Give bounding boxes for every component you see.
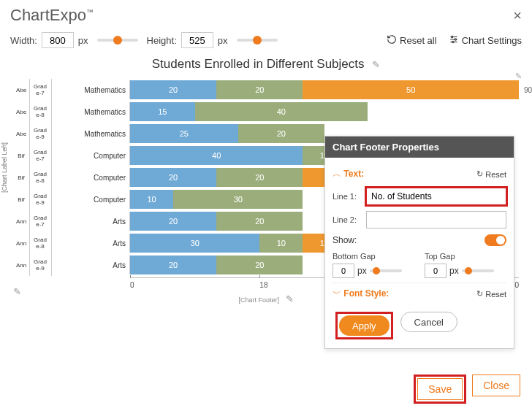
bar-segment: 20 — [130, 80, 216, 99]
chart-left-label: [Chart Label Left] — [1, 142, 8, 192]
cancel-button[interactable]: Cancel — [400, 312, 457, 332]
brand-name: ChartExpo — [10, 6, 86, 24]
height-input[interactable] — [181, 32, 213, 48]
line2-label: Line 2: — [332, 215, 362, 224]
row-category: BifGrade-7Computer — [13, 146, 130, 165]
bar-segment: 20 — [216, 80, 303, 99]
apply-button[interactable]: Apply — [339, 315, 390, 336]
width-label: Width: — [10, 35, 37, 46]
cat2: Grade-7 — [29, 83, 51, 96]
chart-settings-label: Chart Settings — [462, 35, 522, 46]
section-font-label: Font Style: — [343, 288, 389, 299]
chart-title-row: Students Enrolled in Different Subjects … — [0, 53, 532, 73]
row-category: AnnGrade-7Arts — [13, 212, 130, 231]
cat2: Grade-9 — [29, 258, 51, 272]
section-text-label: Text: — [343, 169, 364, 179]
bottom-gap-input[interactable] — [332, 264, 354, 278]
refresh-icon — [387, 34, 397, 47]
cat2: Grade-8 — [29, 171, 51, 184]
line1-input[interactable] — [366, 188, 506, 205]
row-category: BifGrade-9Computer — [13, 190, 130, 209]
table-row: AbeGrade-7Mathematics20205090 — [13, 80, 519, 99]
bottom-gap-slider[interactable] — [370, 269, 402, 272]
height-slider[interactable] — [237, 39, 278, 42]
chart-settings-button[interactable]: Chart Settings — [449, 34, 522, 47]
top-gap-input[interactable] — [425, 264, 446, 278]
reset-all-label: Reset all — [400, 35, 437, 46]
svg-point-0 — [451, 36, 452, 37]
cat1: Bif — [13, 196, 29, 203]
line1-label: Line 1: — [332, 192, 362, 201]
cat2: Grade-7 — [29, 149, 51, 162]
section-text-toggle[interactable]: ︿ Text: — [332, 168, 364, 180]
row-category: BifGrade-8Computer — [13, 168, 130, 187]
cat3: Arts — [113, 239, 126, 247]
edit-title-icon[interactable]: ✎ — [372, 59, 380, 70]
cat2: Grade-9 — [29, 193, 51, 206]
edit-left-label-icon[interactable]: ✎ — [13, 286, 21, 297]
cat2: Grade-8 — [29, 105, 51, 118]
brand-tm: ™ — [86, 8, 94, 16]
bar-segment: 30 — [173, 190, 303, 209]
bar-segment: 20 — [216, 168, 303, 187]
table-row: AbeGrade-8Mathematics1540 — [13, 102, 519, 121]
width-unit: px — [78, 35, 88, 46]
top-gap-slider[interactable] — [462, 269, 494, 272]
cat3: Mathematics — [84, 108, 126, 116]
bar-segment: 10 — [130, 190, 173, 209]
bar-segment: 15 — [130, 102, 195, 121]
stacked-bar: 20205090 — [130, 80, 519, 99]
height-label: Height: — [147, 35, 177, 46]
reset-font-button[interactable]: ↻ Reset — [476, 289, 506, 299]
save-highlight: Save — [414, 374, 466, 404]
brand: ChartExpo™ — [10, 6, 94, 25]
bar-segment: 20 — [130, 256, 216, 274]
bar-segment: 20 — [216, 256, 303, 274]
refresh-icon: ↻ — [476, 289, 483, 299]
footer-properties-panel: Chart Footer Properties ︿ Text: ↻ Reset … — [324, 136, 514, 349]
cat2: Grade-8 — [29, 237, 51, 250]
x-tick: 0 — [130, 278, 259, 289]
width-input[interactable] — [42, 32, 74, 48]
row-category: AbeGrade-8Mathematics — [13, 102, 130, 121]
row-category: AbeGrade-9Mathematics — [13, 124, 130, 143]
edit-footer-icon[interactable]: ✎ — [286, 293, 294, 304]
cat1: Ann — [13, 262, 29, 269]
toolbar: Width: px Height: px Reset all Chart Set… — [0, 28, 532, 53]
cat1: Abe — [13, 87, 29, 93]
bar-segment: 30 — [130, 234, 259, 253]
bar-segment: 20 — [130, 212, 216, 231]
bar-segment: 40 — [195, 102, 368, 121]
section-font-toggle[interactable]: ﹀ Font Style: — [332, 288, 389, 300]
save-button[interactable]: Save — [417, 378, 463, 400]
reset-text-button[interactable]: ↻ Reset — [476, 169, 506, 179]
close-button[interactable]: Close — [472, 374, 520, 396]
show-toggle[interactable] — [484, 234, 506, 246]
line2-input[interactable] — [366, 211, 506, 228]
top-gap-label: Top Gap — [425, 252, 506, 261]
cat1: Bif — [13, 174, 29, 181]
row-category: AnnGrade-8Arts — [13, 234, 130, 253]
row-total: 90 — [524, 80, 532, 99]
height-unit: px — [218, 35, 228, 46]
cat3: Computer — [94, 196, 126, 204]
header: ChartExpo™ × — [0, 0, 532, 28]
row-category: AnnGrade-9Arts — [13, 256, 130, 274]
top-gap-unit: px — [449, 266, 459, 276]
bottom-gap-unit: px — [357, 266, 367, 276]
cat1: Ann — [13, 218, 29, 225]
cat3: Mathematics — [84, 130, 126, 138]
cat1: Bif — [13, 153, 29, 159]
cat3: Arts — [113, 261, 126, 269]
width-slider[interactable] — [97, 39, 138, 42]
cat2: Grade-7 — [29, 215, 51, 228]
cat3: Computer — [94, 152, 126, 160]
reset-all-button[interactable]: Reset all — [387, 34, 437, 47]
close-icon[interactable]: × — [513, 7, 522, 24]
chevron-up-icon: ︿ — [332, 169, 341, 179]
cat3: Mathematics — [84, 86, 126, 94]
cat1: Abe — [13, 131, 29, 137]
chart-title: Students Enrolled in Different Subjects — [152, 57, 365, 71]
sliders-icon — [449, 34, 459, 47]
refresh-icon: ↻ — [476, 169, 483, 179]
